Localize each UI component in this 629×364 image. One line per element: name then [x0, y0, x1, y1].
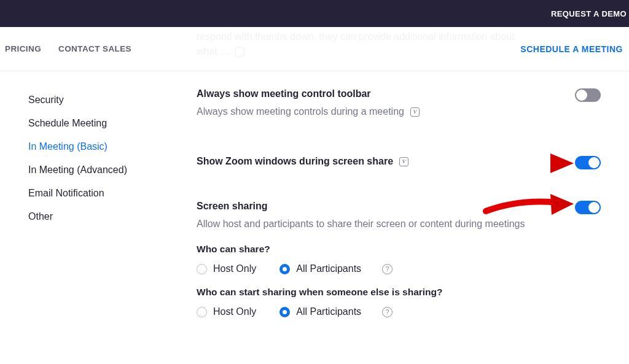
sidebar-item-other[interactable]: Other [28, 205, 182, 228]
settings-main: Always show meeting control toolbar Alwa… [182, 88, 624, 342]
radio-label: All Participants [296, 306, 361, 317]
setting-title: Screen sharing [197, 201, 268, 212]
modified-icon: V [410, 107, 420, 117]
setting-control-toolbar: Always show meeting control toolbar Alwa… [197, 88, 624, 119]
question-who-can-start-sharing: Who can start sharing when someone else … [197, 287, 624, 298]
setting-title: Show Zoom windows during screen share [197, 156, 393, 167]
toggle-show-zoom-windows[interactable] [575, 156, 601, 169]
modified-icon: V [399, 157, 408, 166]
top-banner: REQUEST A DEMO [0, 0, 629, 27]
toggle-screen-sharing[interactable] [575, 201, 601, 214]
setting-show-zoom-windows: Show Zoom windows during screen share V [197, 156, 624, 167]
sidebar-item-in-meeting-advanced[interactable]: In Meeting (Advanced) [28, 158, 182, 182]
nav-contact-sales[interactable]: CONTACT SALES [58, 44, 131, 53]
toggle-control-toolbar[interactable] [575, 88, 601, 102]
setting-description: Allow host and participants to share the… [197, 217, 525, 231]
radio-all-participants-start[interactable]: All Participants [279, 306, 361, 317]
question-who-can-share: Who can share? [197, 244, 624, 255]
setting-description: Always show meeting controls during a me… [197, 104, 404, 119]
radio-icon [197, 307, 207, 317]
radio-icon [279, 264, 290, 274]
sub-navigation: PRICING CONTACT SALES SCHEDULE A MEETING [0, 27, 629, 71]
radio-icon [197, 264, 207, 274]
sidebar-item-in-meeting-basic[interactable]: In Meeting (Basic) [28, 135, 182, 158]
sidebar-item-schedule-meeting[interactable]: Schedule Meeting [28, 112, 182, 135]
radio-host-only-share[interactable]: Host Only [197, 263, 256, 274]
nav-schedule-meeting[interactable]: SCHEDULE A MEETING [520, 44, 623, 54]
radio-label: Host Only [213, 263, 256, 274]
setting-title: Always show meeting control toolbar [197, 88, 371, 99]
radio-host-only-start[interactable]: Host Only [197, 306, 256, 317]
sidebar-item-email-notification[interactable]: Email Notification [28, 182, 182, 205]
nav-pricing[interactable]: PRICING [5, 44, 41, 53]
radio-label: Host Only [213, 306, 256, 317]
help-icon[interactable]: ? [382, 264, 393, 274]
radio-all-participants-share[interactable]: All Participants [279, 263, 361, 274]
request-demo-link[interactable]: REQUEST A DEMO [551, 9, 627, 18]
radio-icon [279, 307, 290, 317]
settings-sidebar: Security Schedule Meeting In Meeting (Ba… [28, 88, 182, 342]
help-icon[interactable]: ? [382, 307, 393, 317]
radio-label: All Participants [296, 263, 361, 274]
setting-screen-sharing: Screen sharing Allow host and participan… [197, 201, 624, 317]
sidebar-item-security[interactable]: Security [28, 88, 182, 112]
